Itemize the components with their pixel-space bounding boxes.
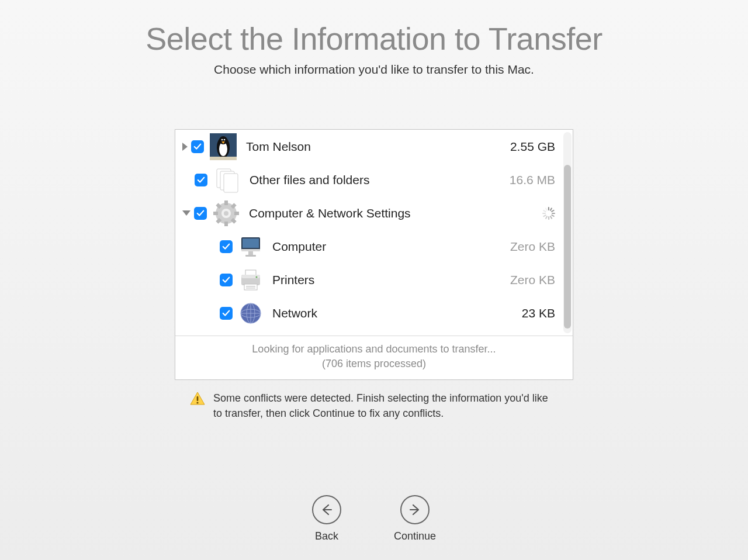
list-item-printers[interactable]: Printers Zero KB: [175, 263, 573, 296]
warning-text: Some conflicts were detected. Finish sel…: [213, 390, 558, 421]
continue-button[interactable]: Continue: [394, 495, 436, 542]
checkbox[interactable]: [220, 274, 233, 286]
list-item-network[interactable]: Network 23 KB: [175, 296, 573, 330]
scrollbar-thumb[interactable]: [564, 165, 571, 329]
svg-rect-25: [245, 255, 256, 257]
item-label: Other files and folders: [250, 173, 510, 187]
item-label: Printers: [272, 273, 510, 287]
svg-rect-14: [234, 212, 239, 215]
status-line2: (706 items processed): [175, 357, 573, 371]
item-label: Computer: [272, 240, 510, 254]
disclosure-down-icon[interactable]: [182, 210, 191, 216]
gear-icon: [213, 200, 240, 227]
imac-icon: [238, 234, 263, 259]
svg-rect-9: [224, 174, 238, 192]
item-label: Computer & Network Settings: [249, 206, 542, 220]
svg-rect-31: [246, 288, 255, 289]
svg-rect-6: [210, 157, 237, 160]
item-size: 16.6 MB: [510, 173, 555, 187]
item-size: 23 KB: [522, 306, 555, 320]
svg-point-4: [221, 139, 223, 140]
printer-icon: [238, 268, 263, 292]
transfer-list: Tom Nelson 2.55 GB Other files and folde…: [175, 130, 573, 336]
svg-rect-12: [224, 222, 228, 226]
svg-rect-23: [241, 249, 260, 251]
list-item-other-files[interactable]: Other files and folders 16.6 MB: [175, 163, 573, 196]
continue-label: Continue: [394, 530, 436, 542]
svg-rect-30: [246, 286, 255, 287]
svg-rect-22: [243, 238, 259, 248]
checkbox[interactable]: [220, 240, 233, 253]
svg-rect-28: [241, 275, 260, 278]
checkbox[interactable]: [194, 207, 207, 220]
svg-rect-39: [197, 396, 199, 401]
disclosure-right-icon[interactable]: [182, 143, 188, 151]
item-label: Network: [272, 306, 522, 320]
svg-point-5: [224, 139, 226, 140]
penguin-avatar-icon: [210, 133, 237, 160]
checkbox[interactable]: [220, 307, 233, 320]
network-globe-icon: [238, 301, 263, 326]
svg-rect-24: [248, 251, 253, 255]
svg-point-40: [196, 402, 198, 404]
back-label: Back: [315, 530, 338, 542]
arrow-right-icon: [400, 495, 430, 524]
svg-point-20: [224, 211, 228, 216]
page-subtitle: Choose which information you'd like to t…: [0, 63, 748, 77]
status-line1: Looking for applications and documents t…: [175, 342, 573, 357]
svg-rect-13: [213, 212, 218, 215]
nav-row: Back Continue: [0, 495, 748, 542]
arrow-left-icon: [312, 495, 341, 524]
checkbox[interactable]: [191, 140, 204, 153]
list-item-computer[interactable]: Computer Zero KB: [175, 230, 573, 263]
files-icon: [213, 167, 240, 193]
warning-icon: [190, 392, 205, 406]
checkbox[interactable]: [195, 174, 207, 186]
spinner-icon: [542, 207, 555, 220]
item-size: Zero KB: [510, 273, 555, 287]
warning-row: Some conflicts were detected. Finish sel…: [190, 390, 558, 421]
svg-point-32: [256, 276, 258, 278]
svg-rect-11: [224, 201, 228, 205]
status-area: Looking for applications and documents t…: [175, 336, 573, 379]
item-size: Zero KB: [510, 240, 555, 254]
svg-rect-29: [244, 284, 257, 290]
list-item-user[interactable]: Tom Nelson 2.55 GB: [175, 130, 573, 163]
list-item-settings[interactable]: Computer & Network Settings: [175, 196, 573, 230]
item-size: 2.55 GB: [510, 140, 555, 154]
page-title: Select the Information to Transfer: [0, 20, 748, 57]
transfer-panel: Tom Nelson 2.55 GB Other files and folde…: [175, 129, 573, 380]
back-button[interactable]: Back: [312, 495, 341, 542]
item-label: Tom Nelson: [246, 140, 510, 154]
